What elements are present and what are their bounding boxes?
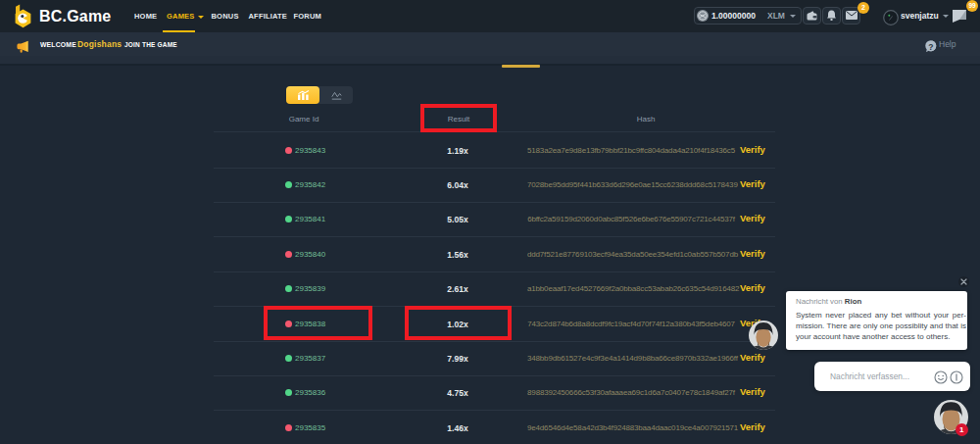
svg-text:?: ? [928, 42, 933, 52]
